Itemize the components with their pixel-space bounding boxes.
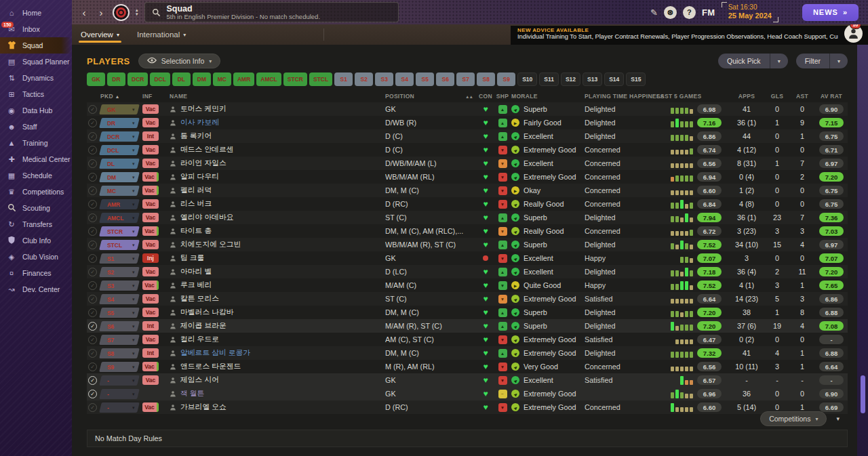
- position-filter-amr[interactable]: AMR: [233, 72, 254, 86]
- pkd-position-badge[interactable]: S8▾: [99, 348, 140, 358]
- position-filter-s12[interactable]: S12: [561, 72, 580, 86]
- continue-stepper[interactable]: ▴▾: [136, 8, 138, 16]
- player-name[interactable]: 칼튼 모리스: [180, 294, 219, 304]
- row-select-check[interactable]: ✓: [88, 390, 97, 398]
- forward-icon[interactable]: ›: [96, 7, 106, 18]
- player-name[interactable]: 리스 버크: [180, 199, 212, 209]
- sidebar-item-competitions[interactable]: ♛Competitions: [0, 184, 72, 200]
- table-row[interactable]: ✓DCR▾Int톰 록키어D (C)♥▲▶ExcellentDelighted6…: [87, 129, 848, 143]
- player-name[interactable]: 펠리 러덕: [180, 186, 212, 195]
- player-name[interactable]: 컬리 우드로: [180, 335, 219, 344]
- row-select-check[interactable]: ✓: [88, 335, 97, 344]
- table-row[interactable]: ✓S5▾Vac마벨러스 나캄바DM, M (C)♥▲▶SuperbDelight…: [87, 306, 848, 319]
- position-filter-dcr[interactable]: DCR: [127, 72, 148, 86]
- tab-international[interactable]: International▾: [128, 24, 195, 45]
- col-header-apps[interactable]: APPS: [728, 93, 765, 100]
- player-name[interactable]: 가브리엘 오쇼: [180, 402, 226, 412]
- row-select-check[interactable]: ✓: [88, 322, 97, 331]
- row-select-check[interactable]: ✓: [88, 227, 97, 236]
- col-header-inf[interactable]: INF: [142, 93, 164, 100]
- pkd-position-badge[interactable]: -▾: [99, 402, 140, 413]
- pkd-position-badge[interactable]: STCR▾: [99, 226, 140, 236]
- table-row[interactable]: ✓DM▾Vac알피 다우티WB/M/AM (RL)♥▼▶Extremely Go…: [87, 170, 848, 184]
- pkd-position-badge[interactable]: S2▾: [99, 267, 140, 277]
- pkd-position-badge[interactable]: -▾: [99, 375, 140, 386]
- row-select-check[interactable]: ✓: [88, 132, 97, 141]
- table-row[interactable]: ✓S7▾Vac컬리 우드로AM (C), ST (C)♥▼▶Extremely …: [87, 333, 848, 346]
- row-select-check[interactable]: ✓: [88, 403, 97, 412]
- info-badge[interactable]: Int: [142, 131, 159, 141]
- pkd-position-badge[interactable]: DCL▾: [99, 145, 140, 155]
- col-header-gls[interactable]: GLS: [765, 93, 789, 100]
- edit-pencil-icon[interactable]: ✎: [650, 7, 658, 18]
- pkd-position-badge[interactable]: GK▾: [99, 104, 140, 115]
- row-select-check[interactable]: ✓: [88, 349, 97, 358]
- row-select-check[interactable]: ✓: [88, 308, 97, 317]
- competitions-dropdown[interactable]: Competitions ▾: [760, 411, 827, 426]
- position-filter-s8[interactable]: S8: [477, 72, 495, 86]
- table-row[interactable]: ✓S3▾Vac루크 베리M/AM (C)♥▼▶Quite GoodHappy7.…: [87, 278, 848, 292]
- row-select-check[interactable]: ✓: [88, 376, 97, 385]
- sidebar-item-dev-center[interactable]: ↝Dev. Center: [0, 281, 72, 297]
- col-header-sort[interactable]: ▲▲: [465, 94, 477, 99]
- row-select-check[interactable]: ✓: [88, 159, 97, 168]
- sidebar-item-transfers[interactable]: ↻Transfers: [0, 216, 72, 232]
- back-icon[interactable]: ‹: [79, 7, 90, 18]
- position-filter-s5[interactable]: S5: [416, 72, 434, 86]
- pkd-position-badge[interactable]: S4▾: [99, 294, 140, 304]
- pkd-position-badge[interactable]: S9▾: [99, 362, 140, 372]
- player-name[interactable]: 엘리야 아데바요: [180, 213, 234, 222]
- row-select-check[interactable]: ✓: [88, 281, 97, 290]
- position-filter-dl[interactable]: DL: [172, 72, 191, 86]
- selection-info-dropdown[interactable]: Selection Info ▾: [138, 54, 221, 68]
- table-row[interactable]: ✓DR▾Vac이사 카보레D/WB (R)♥▲▶Fairly GoodDelig…: [87, 116, 848, 129]
- row-select-check[interactable]: ✓: [88, 200, 97, 209]
- table-row[interactable]: ✓DL▾Vac라이언 자일스D/WB/M/AM (L)♥▼▶ExcellentC…: [87, 157, 848, 170]
- position-filter-dm[interactable]: DM: [193, 72, 211, 86]
- panel-collapse-chevron[interactable]: ▾: [836, 415, 840, 422]
- row-select-check[interactable]: ✓: [88, 295, 97, 304]
- sidebar-item-schedule[interactable]: ▦Schedule: [0, 167, 72, 184]
- sidebar-item-club-vision[interactable]: ◈Club Vision: [0, 249, 72, 265]
- position-filter-s15[interactable]: S15: [626, 72, 646, 86]
- position-filter-s14[interactable]: S14: [604, 72, 624, 86]
- game-date[interactable]: Sat 16:30 25 May 2024: [722, 2, 778, 22]
- pkd-position-badge[interactable]: -▾: [99, 389, 140, 399]
- player-name[interactable]: 알피 다우티: [180, 172, 219, 182]
- player-name[interactable]: 제이콥 브라운: [180, 321, 226, 331]
- row-select-check[interactable]: ✓: [88, 105, 97, 114]
- table-row[interactable]: ✓-▾Vac제임스 시어GK♥▼▶ExcellentSatisfied6.57-…: [87, 373, 848, 387]
- col-header-shp[interactable]: SHP: [494, 93, 511, 100]
- help-icon[interactable]: ?: [683, 6, 696, 19]
- pkd-position-badge[interactable]: AMR▾: [99, 199, 140, 209]
- advice-banner[interactable]: NEW ADVICE AVAILABLE Individual Training…: [511, 26, 868, 45]
- pkd-position-badge[interactable]: S1▾: [99, 253, 140, 264]
- position-filter-s13[interactable]: S13: [583, 72, 602, 86]
- player-name[interactable]: 잭 월튼: [180, 389, 204, 398]
- player-name[interactable]: 루크 베리: [180, 281, 212, 290]
- info-badge[interactable]: Vac: [142, 118, 159, 127]
- pkd-position-badge[interactable]: S5▾: [99, 308, 140, 318]
- col-header-con[interactable]: CON: [477, 93, 494, 100]
- col-header-last5[interactable]: LAST 5 GAMES: [652, 93, 728, 100]
- position-filter-gk[interactable]: GK: [87, 72, 105, 86]
- info-badge[interactable]: Vac: [142, 281, 159, 290]
- sidebar-item-inbox[interactable]: ✉150Inbox: [0, 21, 72, 37]
- info-badge[interactable]: Vac: [142, 199, 159, 209]
- row-select-check[interactable]: ✓: [88, 186, 97, 195]
- info-badge[interactable]: Vac: [142, 213, 159, 222]
- position-filter-s11[interactable]: S11: [539, 72, 559, 86]
- quick-pick-button[interactable]: Quick Pick ▾: [718, 54, 788, 68]
- table-row[interactable]: ✓MC▾Vac펠리 러덕DM, M (C)♥▼▶OkayConcerned6.6…: [87, 184, 848, 197]
- row-select-check[interactable]: ✓: [88, 146, 97, 154]
- position-filter-s4[interactable]: S4: [395, 72, 414, 86]
- pkd-position-badge[interactable]: S3▾: [99, 281, 140, 291]
- sidebar-item-squad[interactable]: Squad: [0, 37, 72, 54]
- sidebar-item-scouting[interactable]: Scouting: [0, 200, 72, 216]
- info-badge[interactable]: Vac: [142, 308, 159, 317]
- position-filter-s7[interactable]: S7: [456, 72, 475, 86]
- player-name[interactable]: 타이트 총: [180, 226, 212, 236]
- row-select-check[interactable]: ✓: [88, 241, 97, 249]
- search-icon[interactable]: [152, 8, 161, 17]
- col-header-avrat[interactable]: AV RAT: [815, 93, 848, 100]
